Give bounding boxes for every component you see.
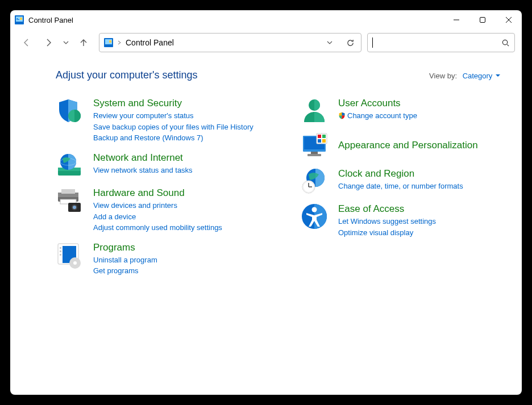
- svg-rect-22: [61, 189, 75, 194]
- category-link[interactable]: Backup and Restore (Windows 7): [93, 132, 267, 144]
- category-ease-of-access: Ease of Access Let Windows suggest setti…: [301, 203, 512, 238]
- svg-rect-31: [60, 254, 61, 256]
- close-button[interactable]: [496, 10, 522, 30]
- address-icon: [104, 38, 113, 47]
- printer-camera-icon: [56, 187, 83, 214]
- svg-point-34: [73, 261, 77, 265]
- uac-shield-icon: [338, 112, 346, 119]
- category-title[interactable]: Clock and Region: [338, 168, 512, 179]
- category-appearance-personalization: Appearance and Personalization: [301, 132, 512, 160]
- user-icon: [301, 97, 328, 124]
- control-panel-icon: [15, 15, 24, 24]
- back-button[interactable]: [17, 34, 36, 52]
- breadcrumb-separator-icon[interactable]: [117, 40, 122, 45]
- content-area: Adjust your computer's settings View by:…: [10, 56, 522, 295]
- svg-rect-3: [16, 19, 19, 20]
- category-link[interactable]: Add a device: [93, 211, 267, 223]
- svg-rect-44: [318, 139, 321, 143]
- category-clock-region: Clock and Region Change date, time, or n…: [301, 168, 512, 195]
- category-system-security: System and Security Review your computer…: [56, 97, 267, 144]
- breadcrumb-item[interactable]: Control Panel: [126, 38, 174, 47]
- svg-point-53: [312, 207, 317, 212]
- up-button[interactable]: [74, 34, 93, 52]
- address-dropdown-button[interactable]: [321, 34, 338, 51]
- svg-point-26: [73, 206, 76, 209]
- category-title[interactable]: Appearance and Personalization: [338, 139, 512, 151]
- refresh-button[interactable]: [342, 34, 359, 51]
- category-link[interactable]: View devices and printers: [93, 200, 267, 211]
- svg-rect-4: [20, 18, 22, 20]
- address-bar[interactable]: Control Panel: [99, 33, 361, 52]
- category-link[interactable]: Save backup copies of your files with Fi…: [93, 122, 267, 133]
- category-link[interactable]: Uninstall a program: [93, 254, 267, 266]
- globe-network-icon: [56, 152, 83, 179]
- category-network-internet: Network and Internet View network status…: [56, 152, 267, 179]
- svg-rect-42: [318, 135, 321, 138]
- view-by: View by: Category: [429, 72, 500, 80]
- svg-rect-6: [480, 18, 485, 23]
- svg-rect-45: [322, 139, 326, 143]
- svg-rect-40: [307, 154, 321, 156]
- category-title[interactable]: Network and Internet: [93, 152, 267, 164]
- window-title: Control Panel: [28, 16, 73, 24]
- monitor-icon: [301, 132, 328, 160]
- category-link[interactable]: Change account type: [338, 110, 512, 122]
- clock-globe-icon: [301, 168, 328, 195]
- accessibility-icon: [301, 203, 328, 230]
- svg-line-13: [507, 44, 509, 46]
- category-link[interactable]: Let Windows suggest settings: [338, 216, 512, 227]
- window-controls: [443, 10, 522, 30]
- category-title[interactable]: Programs: [93, 241, 267, 253]
- category-title[interactable]: Ease of Access: [338, 203, 512, 215]
- category-link[interactable]: View network status and tasks: [93, 165, 267, 176]
- category-user-accounts: User Accounts Change account type: [301, 97, 512, 124]
- svg-rect-39: [311, 152, 318, 154]
- svg-point-12: [502, 40, 507, 44]
- category-link[interactable]: Review your computer's status: [93, 110, 267, 122]
- forward-button[interactable]: [39, 34, 58, 52]
- svg-rect-30: [60, 250, 61, 252]
- category-link[interactable]: Optimize visual display: [338, 227, 512, 239]
- text-caret: [372, 37, 373, 48]
- svg-rect-29: [60, 247, 61, 249]
- page-heading: Adjust your computer's settings: [56, 69, 198, 81]
- category-programs: Programs Uninstall a program Get program…: [56, 241, 267, 277]
- right-column: User Accounts Change account type: [301, 97, 512, 285]
- category-title[interactable]: Hardware and Sound: [93, 187, 267, 199]
- category-link[interactable]: Get programs: [93, 265, 267, 277]
- search-box[interactable]: [367, 33, 515, 52]
- view-by-label: View by:: [429, 72, 457, 80]
- svg-rect-43: [322, 135, 326, 138]
- left-column: System and Security Review your computer…: [56, 97, 267, 285]
- category-title[interactable]: System and Security: [93, 97, 267, 109]
- category-hardware-sound: Hardware and Sound View devices and prin…: [56, 187, 267, 233]
- category-title[interactable]: User Accounts: [338, 97, 512, 109]
- control-panel-window: Control Panel: [10, 10, 522, 395]
- minimize-button[interactable]: [443, 10, 469, 30]
- navigation-bar: Control Panel: [10, 30, 522, 56]
- recent-locations-button[interactable]: [60, 34, 72, 52]
- view-by-selector[interactable]: Category: [463, 72, 500, 80]
- category-link[interactable]: Adjust commonly used mobility settings: [93, 222, 267, 233]
- programs-icon: [56, 241, 83, 269]
- maximize-button[interactable]: [469, 10, 496, 30]
- shield-icon: [56, 97, 83, 124]
- search-icon[interactable]: [501, 39, 510, 47]
- svg-rect-11: [109, 40, 111, 43]
- svg-rect-2: [16, 18, 18, 19]
- titlebar: Control Panel: [10, 10, 522, 30]
- search-input[interactable]: [372, 37, 501, 48]
- category-link[interactable]: Change date, time, or number formats: [338, 181, 512, 192]
